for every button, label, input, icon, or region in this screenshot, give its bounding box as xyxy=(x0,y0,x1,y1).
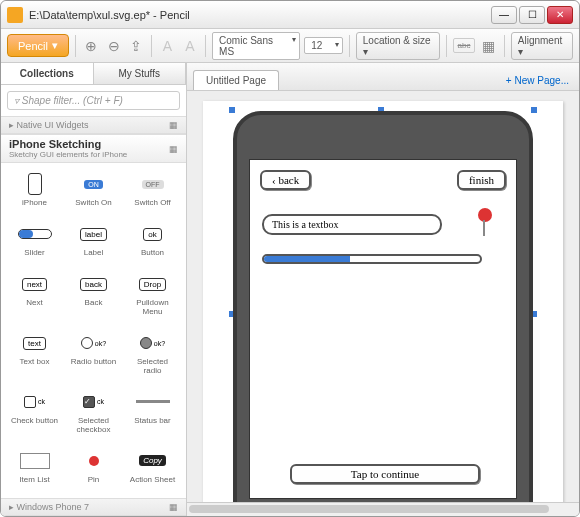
section-menu-icon[interactable]: ▦ xyxy=(169,144,178,154)
section-iphone-sketching[interactable]: iPhone Sketching Sketchy GUI elements fo… xyxy=(1,134,186,163)
stencil-label[interactable]: labelLabel xyxy=(66,219,121,265)
alignment-button[interactable]: Alignment ▾ xyxy=(511,32,573,60)
stencil-actionsheet[interactable]: CopyAction Sheet xyxy=(125,446,180,492)
tab-collections[interactable]: Collections xyxy=(1,63,94,84)
maximize-button[interactable]: ☐ xyxy=(519,6,545,24)
stencil-pulldown[interactable]: DropPulldown Menu xyxy=(125,269,180,324)
mockup-textbox[interactable]: This is a textbox xyxy=(262,214,442,235)
titlebar: E:\Data\temp\xul.svg.ep* - Pencil — ☐ ✕ xyxy=(1,1,579,29)
zoom-out-icon[interactable]: ⊖ xyxy=(104,36,122,56)
page-tab[interactable]: Untitled Page xyxy=(193,70,279,90)
location-size-button[interactable]: Location & size ▾ xyxy=(356,32,440,60)
toolbar: Pencil ▾ ⊕ ⊖ ⇪ A A Comic Sans MS 12 Loca… xyxy=(1,29,579,63)
stencil-next[interactable]: nextNext xyxy=(7,269,62,324)
tab-mystuffs[interactable]: My Stuffs xyxy=(94,63,187,84)
font-size-select[interactable]: 12 xyxy=(304,37,343,54)
stencil-switch-off[interactable]: OFFSwitch Off xyxy=(125,169,180,215)
handle-tr[interactable] xyxy=(531,107,537,113)
window-title: E:\Data\temp\xul.svg.ep* - Pencil xyxy=(29,9,491,21)
mockup-pin[interactable] xyxy=(478,208,492,222)
handle-tl[interactable] xyxy=(229,107,235,113)
strike-icon[interactable]: abc xyxy=(453,38,476,53)
text2-icon[interactable]: A xyxy=(181,36,199,56)
canvas-area: Untitled Page + New Page... back finish … xyxy=(187,63,579,516)
new-page-button[interactable]: + New Page... xyxy=(502,71,573,90)
stencil-textbox[interactable]: textText box xyxy=(7,328,62,383)
close-button[interactable]: ✕ xyxy=(547,6,573,24)
stencil-grid: iPhone ONSwitch On OFFSwitch Off Slider … xyxy=(1,163,186,498)
text-icon[interactable]: A xyxy=(158,36,176,56)
shape-filter-input[interactable]: ▿ Shape filter... (Ctrl + F) xyxy=(7,91,180,110)
mockup-progressbar xyxy=(262,254,482,264)
stencil-back[interactable]: backBack xyxy=(66,269,121,324)
mockup-tap-button[interactable]: Tap to continue xyxy=(290,464,480,484)
pencil-menu[interactable]: Pencil ▾ xyxy=(7,34,69,57)
app-icon xyxy=(7,7,23,23)
section-windows-phone[interactable]: ▸ Windows Phone 7▦ xyxy=(1,498,186,516)
zoom-in-icon[interactable]: ⊕ xyxy=(82,36,100,56)
export-icon[interactable]: ⇪ xyxy=(127,36,145,56)
stencil-statusbar[interactable]: Status bar xyxy=(125,387,180,442)
color-icon[interactable]: ▦ xyxy=(479,36,497,56)
stencil-radio[interactable]: ok?Radio button xyxy=(66,328,121,383)
mockup-screen: back finish This is a textbox Tap to con… xyxy=(249,159,517,499)
stencil-button[interactable]: okButton xyxy=(125,219,180,265)
stencil-switch-on[interactable]: ONSwitch On xyxy=(66,169,121,215)
stencil-check-sel[interactable]: ✓ckSelected checkbox xyxy=(66,387,121,442)
stencil-pin[interactable]: Pin xyxy=(66,446,121,492)
stencil-itemlist[interactable]: Item List xyxy=(7,446,62,492)
stencil-iphone[interactable]: iPhone xyxy=(7,169,62,215)
font-family-select[interactable]: Comic Sans MS xyxy=(212,32,300,60)
mockup-finish-button[interactable]: finish xyxy=(457,170,506,190)
mockup-back-button[interactable]: back xyxy=(260,170,311,190)
horizontal-scrollbar[interactable] xyxy=(187,502,579,516)
stencil-slider[interactable]: Slider xyxy=(7,219,62,265)
canvas[interactable]: back finish This is a textbox Tap to con… xyxy=(203,101,563,502)
stencil-check[interactable]: ckCheck button xyxy=(7,387,62,442)
stencil-radio-sel[interactable]: ok?Selected radio xyxy=(125,328,180,383)
minimize-button[interactable]: — xyxy=(491,6,517,24)
sidebar: Collections My Stuffs ▿ Shape filter... … xyxy=(1,63,187,516)
mockup-phone[interactable]: back finish This is a textbox Tap to con… xyxy=(233,111,533,502)
section-native-ui[interactable]: ▸ Native UI Widgets▦ xyxy=(1,116,186,134)
